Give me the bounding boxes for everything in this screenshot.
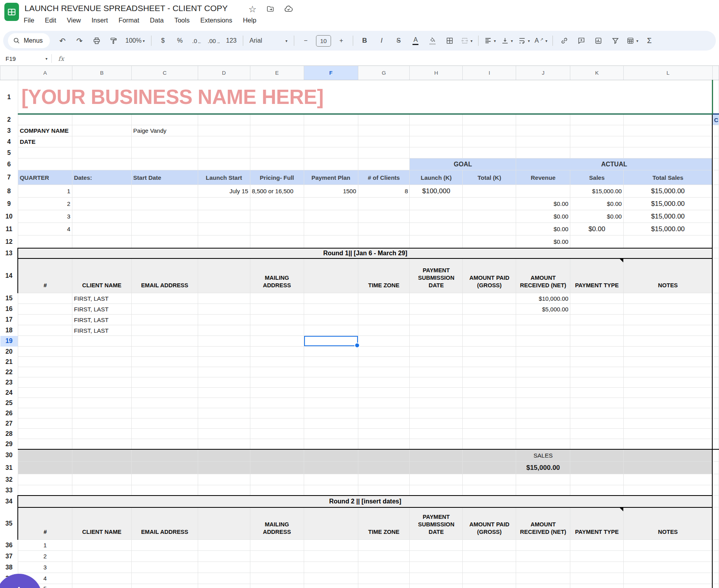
cell-I22[interactable]: [463, 367, 516, 377]
cell-G30[interactable]: [358, 449, 410, 462]
cell-C33[interactable]: [131, 485, 198, 496]
cell-A36[interactable]: 1: [18, 540, 72, 551]
menu-help[interactable]: Help: [243, 17, 256, 24]
cell-I32[interactable]: [463, 474, 516, 485]
row-header-8[interactable]: 8: [0, 185, 18, 198]
cell-K11[interactable]: $0.00: [570, 223, 624, 236]
row-header-25[interactable]: 25: [0, 398, 18, 408]
cell-G6[interactable]: [358, 158, 410, 170]
cell-J27[interactable]: [516, 418, 570, 429]
cell-D36[interactable]: [198, 540, 250, 551]
cell-L8[interactable]: $15,000.00: [624, 185, 713, 198]
col-header-D[interactable]: D: [198, 66, 250, 80]
cell-F27[interactable]: [304, 418, 358, 429]
cell-B31[interactable]: [72, 462, 131, 474]
cell-G29[interactable]: [358, 439, 410, 449]
format-percent-button[interactable]: %: [172, 34, 187, 47]
cell-L5[interactable]: [624, 147, 713, 158]
cell-E20[interactable]: [250, 347, 304, 357]
cell-A32[interactable]: [18, 474, 72, 485]
cell-F18[interactable]: [304, 325, 358, 336]
insert-comment-button[interactable]: [574, 34, 589, 47]
cell-G25[interactable]: [358, 398, 410, 408]
cell-G4[interactable]: [358, 136, 410, 147]
cell-L4[interactable]: [624, 136, 713, 147]
cell-A8[interactable]: 1: [18, 185, 72, 198]
cell-G8[interactable]: 8: [358, 185, 410, 198]
cell-A10[interactable]: 3: [18, 210, 72, 223]
cell-F9[interactable]: [304, 198, 358, 210]
cell-J39[interactable]: [516, 573, 570, 584]
cell-B35[interactable]: CLIENT NAME: [72, 507, 131, 540]
cell-F30[interactable]: [304, 449, 358, 462]
col-header-F[interactable]: F: [304, 66, 358, 80]
menu-view[interactable]: View: [67, 17, 81, 24]
cell-I31[interactable]: [463, 462, 516, 474]
row-header-3[interactable]: 3: [0, 125, 18, 136]
cell-K21[interactable]: [570, 357, 624, 367]
cell-F28[interactable]: [304, 429, 358, 439]
cell-I33[interactable]: [463, 485, 516, 496]
cell-J35[interactable]: AMOUNT RECEIVED (NET): [516, 507, 570, 540]
row-header-33[interactable]: 33: [0, 485, 18, 496]
row-header-2[interactable]: 2: [0, 114, 18, 125]
row-header-17[interactable]: 17: [0, 315, 18, 325]
cell-I17[interactable]: [463, 315, 516, 325]
cell-H33[interactable]: [410, 485, 463, 496]
cell-E3[interactable]: [250, 125, 304, 136]
cell-J15[interactable]: $10,000.00: [516, 293, 570, 304]
cell-L11[interactable]: $15,000.00: [624, 223, 713, 236]
cell-D7[interactable]: Launch Start: [198, 170, 250, 185]
cell-E22[interactable]: [250, 367, 304, 377]
horizontal-align-button[interactable]: ▾: [482, 34, 498, 47]
cell-I30[interactable]: [463, 449, 516, 462]
cell-B27[interactable]: [72, 418, 131, 429]
cell-L33[interactable]: [624, 485, 713, 496]
cell-E14[interactable]: MAILING ADDRESS: [250, 258, 304, 293]
menu-data[interactable]: Data: [150, 17, 164, 24]
cell-G9[interactable]: [358, 198, 410, 210]
cell-F7[interactable]: Payment Plan: [304, 170, 358, 185]
row-header-26[interactable]: 26: [0, 408, 18, 418]
cell-G38[interactable]: [358, 562, 410, 573]
cell-E40[interactable]: [250, 584, 304, 588]
cell-A12[interactable]: [18, 236, 72, 248]
cell-I37[interactable]: [463, 551, 516, 562]
menu-file[interactable]: File: [24, 17, 34, 24]
search-menus-button[interactable]: Menus: [8, 33, 50, 48]
text-color-button[interactable]: A: [408, 34, 423, 47]
insert-chart-button[interactable]: [591, 34, 606, 47]
cell-L32[interactable]: [624, 474, 713, 485]
cell-B3[interactable]: [72, 125, 131, 136]
cell-D38[interactable]: [198, 562, 250, 573]
cell-I27[interactable]: [463, 418, 516, 429]
row-header-32[interactable]: 32: [0, 474, 18, 485]
cell-G18[interactable]: [358, 325, 410, 336]
cell-C21[interactable]: [131, 357, 198, 367]
cell-H6[interactable]: GOAL: [410, 158, 516, 170]
cell-G37[interactable]: [358, 551, 410, 562]
cell-K38[interactable]: [570, 562, 624, 573]
cell-L9[interactable]: $15,000.00: [624, 198, 713, 210]
cell-L7[interactable]: Total Sales: [624, 170, 713, 185]
cell-G10[interactable]: [358, 210, 410, 223]
cell-K9[interactable]: $0.00: [570, 198, 624, 210]
cell-E4[interactable]: [250, 136, 304, 147]
cell-F40[interactable]: [304, 584, 358, 588]
cell-B40[interactable]: [72, 584, 131, 588]
cell-C14[interactable]: EMAIL ADDRESS: [131, 258, 198, 293]
cell-K3[interactable]: [570, 125, 624, 136]
cell-K36[interactable]: [570, 540, 624, 551]
cell-J17[interactable]: [516, 315, 570, 325]
cell-E21[interactable]: [250, 357, 304, 367]
formula-input[interactable]: [64, 52, 719, 65]
cell-H25[interactable]: [410, 398, 463, 408]
cell-I36[interactable]: [463, 540, 516, 551]
cell-J6[interactable]: ACTUAL: [516, 158, 713, 170]
cell-G17[interactable]: [358, 315, 410, 325]
cell-C37[interactable]: [131, 551, 198, 562]
cell-A15[interactable]: [18, 293, 72, 304]
cell-H27[interactable]: [410, 418, 463, 429]
cell-D31[interactable]: [198, 462, 250, 474]
cell-C30[interactable]: [131, 449, 198, 462]
